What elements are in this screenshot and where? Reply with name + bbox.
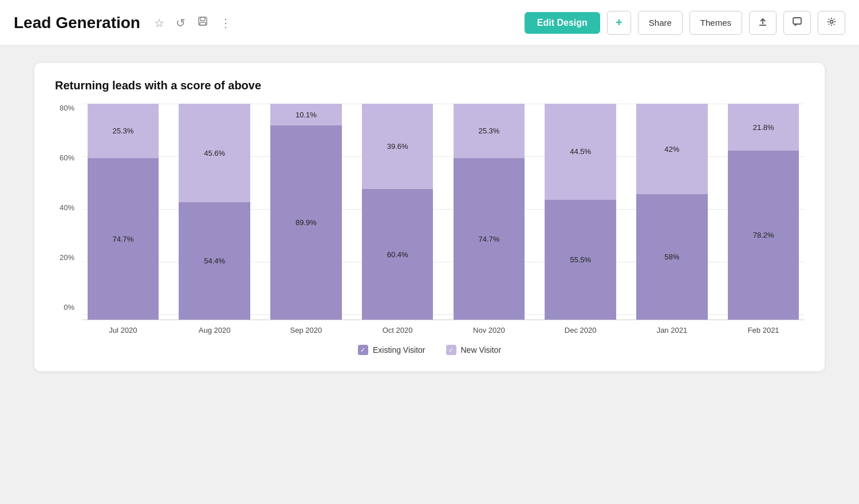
bar-group: 10.1%89.9% <box>266 104 347 320</box>
bar-new-visitor: 25.3% <box>454 104 525 158</box>
chart-title: Returning leads with a score of above <box>55 79 804 92</box>
x-axis-label: Sep 2020 <box>266 326 347 334</box>
header: Lead Generation ☆ ↺ ⋮ Edit Design + Shar… <box>0 0 859 46</box>
x-axis-label: Jan 2021 <box>632 326 713 334</box>
add-button[interactable]: + <box>607 11 631 35</box>
bar-new-visitor: 39.6% <box>362 104 434 189</box>
chart-body: 25.3%74.7%45.6%54.4%10.1%89.9%39.6%60.4%… <box>82 104 804 334</box>
bar-group: 25.3%74.7% <box>448 104 530 320</box>
star-icon: ☆ <box>154 16 164 30</box>
bar-existing-visitor: 60.4% <box>362 189 434 320</box>
bar-existing-visitor: 55.5% <box>545 200 616 320</box>
bar-new-visitor: 25.3% <box>88 104 159 158</box>
bar-new-visitor: 21.8% <box>728 104 799 151</box>
legend-new: ✓ New Visitor <box>446 345 502 355</box>
svg-rect-3 <box>793 18 801 24</box>
new-visitor-label: New Visitor <box>461 345 502 355</box>
new-check-icon: ✓ <box>446 345 456 355</box>
bar-existing-visitor: 74.7% <box>454 158 525 320</box>
svg-rect-1 <box>200 17 205 21</box>
svg-point-4 <box>830 21 833 23</box>
comment-icon <box>792 17 802 29</box>
bars-area: 25.3%74.7%45.6%54.4%10.1%89.9%39.6%60.4%… <box>82 104 804 320</box>
legend-existing: ✓ Existing Visitor <box>358 345 425 355</box>
settings-button[interactable] <box>818 11 845 35</box>
bar-group: 44.5%55.5% <box>540 104 621 320</box>
chart-card: Returning leads with a score of above 80… <box>34 63 825 371</box>
bar-existing-visitor: 74.7% <box>88 158 159 320</box>
refresh-icon-button[interactable]: ↺ <box>174 14 188 32</box>
bar-group: 21.8%78.2% <box>723 104 804 320</box>
bar-new-visitor: 10.1% <box>270 104 342 125</box>
x-axis-label: Feb 2021 <box>723 326 804 334</box>
bar-new-visitor: 44.5% <box>545 104 616 200</box>
refresh-icon: ↺ <box>176 16 186 30</box>
star-icon-button[interactable]: ☆ <box>152 14 167 32</box>
svg-rect-2 <box>200 22 206 25</box>
comment-button[interactable] <box>783 11 811 35</box>
x-axis-label: Dec 2020 <box>540 326 621 334</box>
save-icon-button[interactable] <box>195 13 211 32</box>
existing-visitor-label: Existing Visitor <box>373 345 425 355</box>
bar-existing-visitor: 54.4% <box>179 202 250 320</box>
bar-existing-visitor: 78.2% <box>728 151 799 320</box>
y-axis-label: 40% <box>60 203 74 212</box>
x-axis-label: Oct 2020 <box>357 326 438 334</box>
gear-icon <box>826 17 837 29</box>
bar-group: 42%58% <box>632 104 713 320</box>
x-axis-label: Nov 2020 <box>448 326 530 334</box>
more-options-button[interactable]: ⋮ <box>218 14 234 32</box>
existing-check-icon: ✓ <box>358 345 368 355</box>
save-icon <box>197 15 208 30</box>
bar-group: 39.6%60.4% <box>357 104 438 320</box>
plus-icon: + <box>616 16 622 29</box>
y-axis-label: 0% <box>64 303 74 312</box>
bar-group: 25.3%74.7% <box>82 104 164 320</box>
y-axis-label: 20% <box>60 253 74 262</box>
bar-existing-visitor: 89.9% <box>270 125 342 320</box>
chart-container: 80%60%40%20%0% 25.3%74.7%45.6%54.4%10.1%… <box>55 104 804 334</box>
bar-new-visitor: 45.6% <box>179 104 250 202</box>
bar-existing-visitor: 58% <box>636 194 708 320</box>
x-axis-label: Aug 2020 <box>174 326 255 334</box>
x-axis-label: Jul 2020 <box>82 326 164 334</box>
y-axis-label: 80% <box>60 104 74 112</box>
legend: ✓ Existing Visitor ✓ New Visitor <box>55 345 804 355</box>
more-icon: ⋮ <box>220 16 231 30</box>
page-title: Lead Generation <box>14 14 140 32</box>
share-button[interactable]: Share <box>638 11 683 35</box>
upload-icon <box>758 17 768 29</box>
upload-button[interactable] <box>749 11 777 35</box>
edit-design-button[interactable]: Edit Design <box>525 12 600 34</box>
themes-button[interactable]: Themes <box>689 11 742 35</box>
main-content: Returning leads with a score of above 80… <box>0 46 859 504</box>
bar-group: 45.6%54.4% <box>174 104 255 320</box>
y-axis-label: 60% <box>60 153 74 162</box>
x-labels: Jul 2020Aug 2020Sep 2020Oct 2020Nov 2020… <box>82 326 804 334</box>
bar-new-visitor: 42% <box>636 104 708 194</box>
y-axis: 80%60%40%20%0% <box>55 104 82 334</box>
